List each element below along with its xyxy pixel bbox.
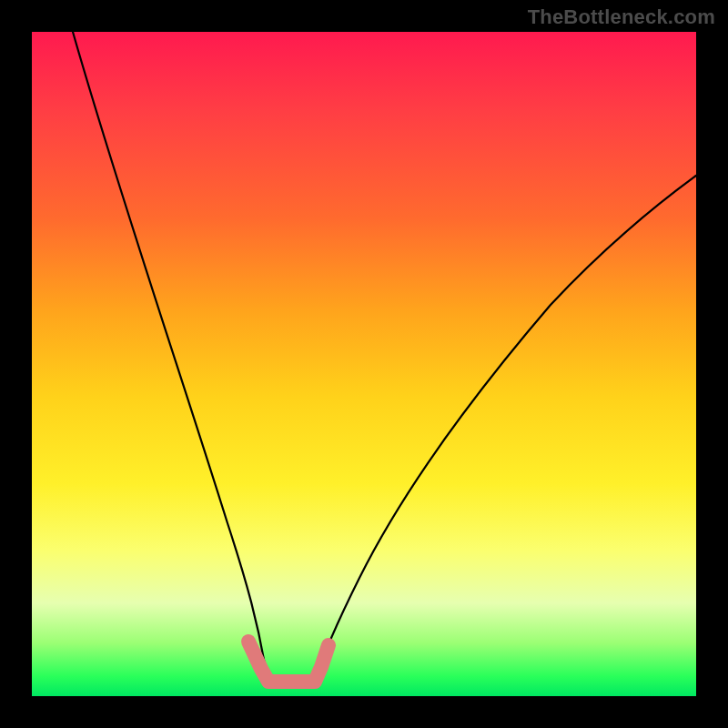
- highlighted-valley: [248, 642, 329, 682]
- right-curve: [314, 176, 696, 683]
- watermark-label: TheBottleneck.com: [528, 5, 715, 29]
- left-curve: [73, 32, 270, 683]
- curves-svg: [32, 32, 696, 696]
- chart-frame: TheBottleneck.com: [0, 0, 728, 728]
- plot-area: [32, 32, 696, 696]
